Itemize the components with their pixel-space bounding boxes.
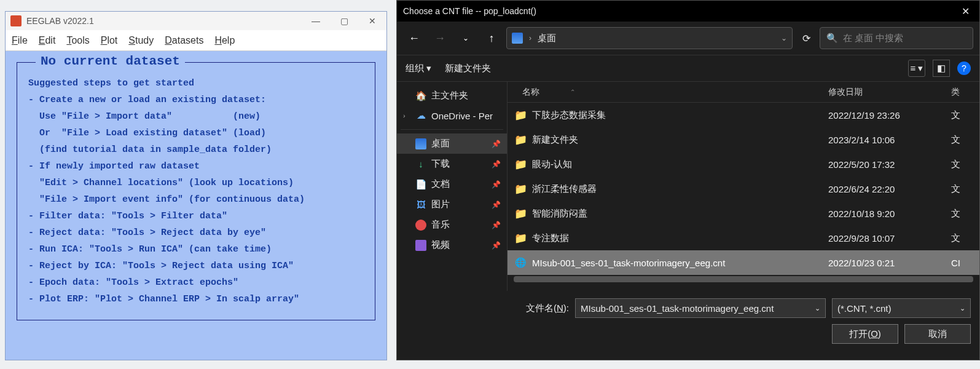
search-placeholder: 在 桌面 中搜索 xyxy=(843,33,903,44)
file-date: 2022/9/28 10:07 xyxy=(828,233,951,244)
view-mode-button[interactable]: ≡ ▾ xyxy=(908,60,925,77)
file-name: 浙江柔性传感器 xyxy=(532,183,597,195)
menu-datasets[interactable]: Datasets xyxy=(165,35,203,46)
pin-icon: 📌 xyxy=(492,241,501,250)
dialog-title-text: Choose a CNT file -- pop_loadcnt() xyxy=(403,6,536,16)
dialog-nav: ← → ⌄ ↑ › 桌面 ⌄ ⟳ 🔍 在 桌面 中搜索 xyxy=(397,22,979,55)
file-name: MIsub-001_ses-01_task-motorimagery_eeg.c… xyxy=(532,258,725,268)
tree-desktop[interactable]: 桌面📌 xyxy=(397,133,507,154)
eeglab-menu-bar: File Edit Tools Plot Study Datasets Help xyxy=(6,30,386,51)
cloud-icon: ☁ xyxy=(415,110,426,121)
file-date: 2022/10/18 9:20 xyxy=(828,208,951,219)
menu-study[interactable]: Study xyxy=(128,35,154,46)
horizontal-scrollbar[interactable] xyxy=(514,276,973,282)
eeglab-title-text: EEGLAB v2022.1 xyxy=(26,16,94,26)
file-list: 📁下肢步态数据采集2022/12/19 23:26文📁新建文件夹2023/2/1… xyxy=(508,103,979,275)
tree-downloads[interactable]: ↓下载📌 xyxy=(397,154,507,174)
file-name: 眼动-认知 xyxy=(532,159,572,170)
file-row[interactable]: 📁下肢步态数据采集2022/12/19 23:26文 xyxy=(508,103,979,127)
dialog-close-button[interactable]: ✕ xyxy=(951,1,979,22)
refresh-button[interactable]: ⟳ xyxy=(796,28,816,48)
nav-back-button[interactable]: ← xyxy=(403,27,425,49)
dialog-toolbar: 组织 ▾ 新建文件夹 ≡ ▾ ◧ ? xyxy=(397,55,979,82)
close-button[interactable]: ✕ xyxy=(358,12,386,30)
col-name-header[interactable]: 名称 xyxy=(522,87,539,98)
file-row[interactable]: 📁浙江柔性传感器2022/6/24 22:20文 xyxy=(508,177,979,201)
desktop-icon xyxy=(415,138,426,149)
download-icon: ↓ xyxy=(415,159,426,170)
file-dialog: Choose a CNT file -- pop_loadcnt() ✕ ← →… xyxy=(396,0,980,360)
pin-icon: 📌 xyxy=(492,221,501,229)
tree-home[interactable]: 🏠主文件夹 xyxy=(397,85,507,106)
col-type-header[interactable]: 类 xyxy=(951,87,979,98)
nav-forward-button[interactable]: → xyxy=(429,27,451,49)
eeglab-instructions: Suggested steps to get started - Create … xyxy=(28,75,364,308)
folder-icon: 📁 xyxy=(515,159,526,170)
menu-edit[interactable]: Edit xyxy=(39,35,56,46)
tree-pictures[interactable]: 🖼图片📌 xyxy=(397,194,507,215)
music-icon xyxy=(415,220,426,231)
preview-pane-button[interactable]: ◧ xyxy=(933,60,950,77)
nav-tree: 🏠主文件夹 ›☁OneDrive - Per 桌面📌 ↓下载📌 📄文档📌 🖼图片… xyxy=(397,82,508,291)
tree-onedrive[interactable]: ›☁OneDrive - Per xyxy=(397,106,507,125)
pin-icon: 📌 xyxy=(492,200,501,209)
file-date: 2022/6/24 22:20 xyxy=(828,184,951,194)
maximize-button[interactable]: ▢ xyxy=(330,12,358,30)
file-row[interactable]: 🌐MIsub-001_ses-01_task-motorimagery_eeg.… xyxy=(508,250,979,275)
file-row[interactable]: 📁智能消防闷盖2022/10/18 9:20文 xyxy=(508,201,979,226)
file-row[interactable]: 📁专注数据2022/9/28 10:07文 xyxy=(508,226,979,250)
document-icon: 📄 xyxy=(415,179,426,190)
help-button[interactable]: ? xyxy=(957,62,971,75)
menu-plot[interactable]: Plot xyxy=(101,35,118,46)
tree-videos[interactable]: 视频📌 xyxy=(397,235,507,255)
tree-music[interactable]: 音乐📌 xyxy=(397,215,507,235)
folder-icon: 📁 xyxy=(515,134,526,145)
pin-icon: 📌 xyxy=(492,140,501,148)
pictures-icon: 🖼 xyxy=(415,199,426,210)
eeglab-fieldset: No current dataset Suggested steps to ge… xyxy=(17,62,375,320)
new-folder-button[interactable]: 新建文件夹 xyxy=(445,63,491,74)
cancel-button[interactable]: 取消 xyxy=(904,324,971,344)
organize-button[interactable]: 组织 ▾ xyxy=(406,63,431,74)
breadcrumb-current[interactable]: 桌面 xyxy=(538,33,556,44)
nav-up-button[interactable]: ↑ xyxy=(480,27,503,49)
file-list-header[interactable]: 名称⌃ 修改日期 类 xyxy=(508,82,979,103)
folder-icon: 📁 xyxy=(515,183,526,194)
file-row[interactable]: 📁眼动-认知2022/5/20 17:32文 xyxy=(508,152,979,177)
minimize-button[interactable]: — xyxy=(302,12,330,30)
file-row[interactable]: 📁新建文件夹2023/2/14 10:06文 xyxy=(508,127,979,152)
col-date-header[interactable]: 修改日期 xyxy=(828,87,951,98)
videos-icon xyxy=(415,240,426,251)
home-icon: 🏠 xyxy=(415,90,426,101)
address-bar[interactable]: › 桌面 ⌄ xyxy=(506,27,793,49)
eeglab-logo-icon xyxy=(10,15,22,26)
dialog-title-bar[interactable]: Choose a CNT file -- pop_loadcnt() ✕ xyxy=(397,1,979,22)
menu-tools[interactable]: Tools xyxy=(66,35,89,46)
search-icon: 🔍 xyxy=(826,33,838,44)
pin-icon: 📌 xyxy=(492,160,501,169)
eeglab-title-bar[interactable]: EEGLAB v2022.1 — ▢ ✕ xyxy=(6,12,386,30)
folder-icon: 📁 xyxy=(515,232,526,244)
chevron-down-icon[interactable]: ⌄ xyxy=(781,34,787,42)
filetype-filter[interactable]: (*.CNT, *.cnt)⌄ xyxy=(832,298,971,318)
file-name: 专注数据 xyxy=(532,232,569,244)
open-button[interactable]: 打开(O) xyxy=(832,324,898,344)
filename-input[interactable]: MIsub-001_ses-01_task-motorimagery_eeg.c… xyxy=(575,298,826,318)
file-type: 文 xyxy=(951,208,979,220)
file-date: 2023/2/14 10:06 xyxy=(828,135,951,145)
file-pane: 名称⌃ 修改日期 类 📁下肢步态数据采集2022/12/19 23:26文📁新建… xyxy=(508,82,979,291)
sort-indicator-icon: ⌃ xyxy=(570,89,575,95)
file-date: 2022/10/23 0:21 xyxy=(828,258,951,268)
menu-help[interactable]: Help xyxy=(214,35,235,46)
file-type: 文 xyxy=(951,109,979,121)
menu-file[interactable]: File xyxy=(12,35,28,46)
chevron-down-icon: ⌄ xyxy=(960,304,965,312)
window-controls: — ▢ ✕ xyxy=(302,12,386,30)
eeglab-body: No current dataset Suggested steps to ge… xyxy=(6,51,386,331)
folder-icon: 📁 xyxy=(515,109,526,121)
eeglab-legend: No current dataset xyxy=(36,54,185,68)
tree-documents[interactable]: 📄文档📌 xyxy=(397,174,507,194)
nav-recent-button[interactable]: ⌄ xyxy=(455,27,477,49)
eeglab-window: EEGLAB v2022.1 — ▢ ✕ File Edit Tools Plo… xyxy=(5,11,387,360)
search-input[interactable]: 🔍 在 桌面 中搜索 xyxy=(820,27,973,49)
